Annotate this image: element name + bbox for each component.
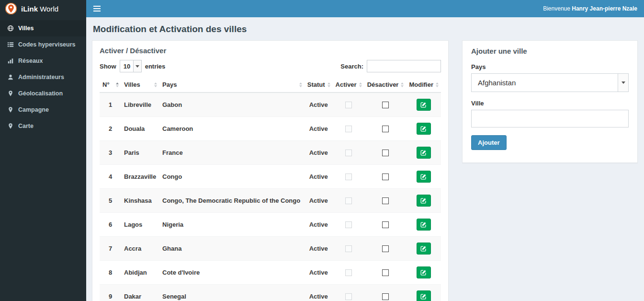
edit-button[interactable] [417,219,431,231]
cell-statut: Active [305,237,333,261]
edit-button[interactable] [417,195,431,207]
pays-label: Pays [471,63,629,70]
cell-activer [333,165,364,189]
sidebar-item-campagne[interactable]: Campagne [0,102,86,118]
cell-statut: Active [305,93,333,117]
col-header-num[interactable]: N° [100,77,121,93]
desactiver-checkbox[interactable] [382,174,389,180]
add-city-panel: Ajouter une ville Pays Afghanistan Ville… [462,40,638,163]
cell-pays: Nigeria [159,213,305,237]
activer-checkbox [345,293,352,300]
cell-num: 5 [100,189,121,213]
cell-pays: Congo, The Democratic Republic of the Co… [159,189,305,213]
cell-ville: Dakar [121,285,159,301]
table-row: 1 Libreville Gabon Active [100,93,441,117]
brand[interactable]: iLink World [0,0,86,17]
cell-num: 3 [100,141,121,165]
desactiver-checkbox[interactable] [382,221,389,228]
cell-activer [333,285,364,301]
sort-icon [401,82,404,87]
cell-modifier [406,261,441,285]
desactiver-checkbox[interactable] [382,245,389,252]
table-row: 4 Brazzaville Congo Active [100,165,441,189]
page-length-control: Show 10 entries [100,60,165,72]
search-input[interactable] [367,60,441,72]
activer-checkbox [345,197,352,204]
cell-pays: Cote d'Ivoire [159,261,305,285]
cell-statut: Active [305,285,333,301]
desactiver-checkbox[interactable] [382,102,389,108]
ajouter-button[interactable]: Ajouter [471,135,507,150]
table-row: 7 Accra Ghana Active [100,237,441,261]
cell-ville: Kinshasa [121,189,159,213]
cell-modifier [406,141,441,165]
desactiver-checkbox[interactable] [382,197,389,204]
sidebar-item-geolocalisation[interactable]: Géolocalisation [0,85,86,102]
page-length-select[interactable]: 10 [120,60,141,72]
search-control: Search: [340,60,441,72]
desactiver-checkbox[interactable] [382,150,389,156]
search-label: Search: [340,63,363,70]
sidebar-item-villes[interactable]: Villes [0,20,86,36]
col-header-statut[interactable]: Statut [305,77,333,93]
col-header-activer[interactable]: Activer [333,77,364,93]
map-pin-icon [7,123,14,129]
table-controls: Show 10 entries Search: [100,60,441,72]
content-area: Modification et Activation des villes Ac… [86,17,644,301]
cell-ville: Libreville [121,93,159,117]
desactiver-checkbox[interactable] [382,126,389,132]
table-row: 3 Paris France Active [100,141,441,165]
cell-ville: Douala [121,117,159,141]
list-icon [7,41,14,48]
cell-num: 8 [100,261,121,285]
cell-activer [333,261,364,285]
sidebar: Villes Codes hyperviseurs Réseaux Admini… [0,17,86,301]
desactiver-checkbox[interactable] [382,293,389,300]
globe-icon [7,25,14,32]
cities-table-panel: Activer / Désactiver Show 10 entries Sea… [92,40,449,301]
welcome-user-name: Hanry Jean-pierre Nzale [572,5,637,12]
table-row: 9 Dakar Senegal Active [100,285,441,301]
edit-button[interactable] [417,123,431,135]
sidebar-item-reseaux[interactable]: Réseaux [0,53,86,69]
activer-checkbox [345,269,352,276]
edit-button[interactable] [417,99,431,111]
edit-button[interactable] [417,266,431,278]
cell-num: 6 [100,213,121,237]
cell-activer [333,213,364,237]
sidebar-item-administrateurs[interactable]: Administrateurs [0,69,86,85]
cell-modifier [406,189,441,213]
menu-toggle-button[interactable] [86,0,108,17]
col-header-desactiver[interactable]: Désactiver [364,77,407,93]
cell-activer [333,117,364,141]
cell-pays: Senegal [159,285,305,301]
table-row: 6 Lagos Nigeria Active [100,213,441,237]
bar-chart-icon [7,58,14,64]
edit-button[interactable] [417,290,431,301]
show-label: Show [100,63,116,70]
cell-desactiver [364,189,407,213]
edit-icon [420,293,427,300]
edit-button[interactable] [417,147,431,159]
brand-text: iLink World [21,5,58,13]
col-header-pays[interactable]: Pays [159,77,305,93]
pays-select-wrapper: Afghanistan [471,73,629,92]
sort-icon [359,82,362,87]
desactiver-checkbox[interactable] [382,269,389,276]
edit-button[interactable] [417,171,431,183]
activer-checkbox [345,150,352,156]
col-header-villes[interactable]: Villes [121,77,159,93]
cell-num: 9 [100,285,121,301]
sidebar-item-codes-hyperviseurs[interactable]: Codes hyperviseurs [0,36,86,53]
cell-ville: Abidjan [121,261,159,285]
cell-modifier [406,237,441,261]
cell-ville: Accra [121,237,159,261]
pays-select[interactable]: Afghanistan [472,74,628,92]
sort-icon [154,82,157,87]
col-header-modifier[interactable]: Modifier [406,77,441,93]
ville-input[interactable] [471,110,629,127]
edit-button[interactable] [417,243,431,255]
sidebar-item-carte[interactable]: Carte [0,118,86,134]
table-row: 5 Kinshasa Congo, The Democratic Republi… [100,189,441,213]
user-icon [7,74,14,81]
